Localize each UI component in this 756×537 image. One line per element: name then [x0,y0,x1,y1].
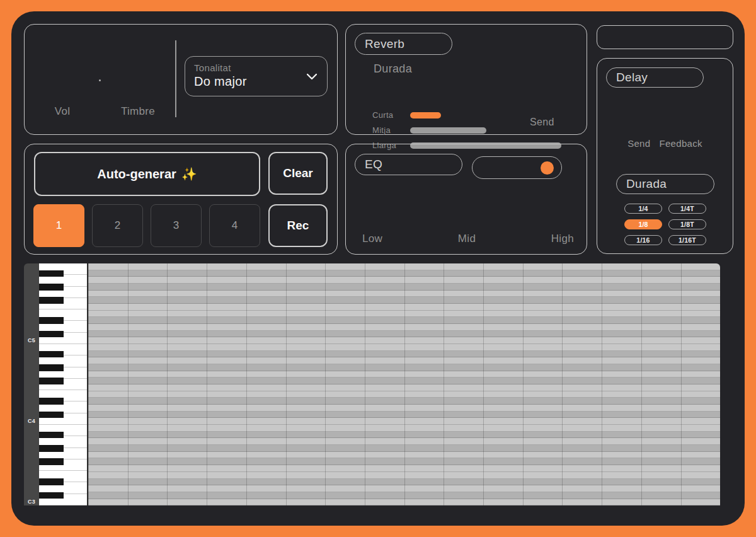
grid-row[interactable] [88,438,720,445]
pattern-slots: 1 2 3 4 [33,204,260,247]
transport-panel [597,25,733,49]
black-key[interactable] [39,412,64,419]
delay-divisions: 1/4 1/4T 1/8 1/8T 1/16 1/16T [624,204,706,245]
grid-row[interactable] [88,445,720,452]
delay-panel: Delay Send Feedback Durada 1/4 1/4T 1/8 … [597,58,733,254]
eq-panel: EQ Low Mid High [345,144,587,255]
grid-row[interactable] [88,304,720,311]
black-key[interactable] [39,378,64,384]
vol-label: Vol [43,105,81,118]
pattern-slot-3[interactable]: 3 [151,204,202,247]
note-label: C3 [24,499,39,505]
piano-roll-grid[interactable] [88,263,720,505]
sparkles-icon: ✨ [181,166,197,182]
eq-band-mid: Mid [448,233,486,245]
reverb-curta-bar[interactable] [410,112,441,118]
grid-row[interactable] [88,284,720,291]
eq-toggle[interactable] [472,156,562,179]
grid-row[interactable] [88,357,720,364]
note-label: C5 [24,337,39,344]
chevron-down-icon [307,74,317,80]
pattern-slot-1[interactable]: 1 [33,204,84,247]
grid-row[interactable] [88,465,720,472]
grid-row[interactable] [88,263,720,270]
grid-row[interactable] [88,277,720,284]
black-key[interactable] [39,364,64,371]
delay-durada-label: Durada [616,174,714,194]
eq-band-high: High [551,233,574,245]
black-key[interactable] [39,270,64,277]
delay-division-button[interactable]: 1/16T [668,235,706,245]
piano-roll: C5C4C3 [24,263,720,505]
black-key[interactable] [39,297,64,304]
piano-keyboard[interactable] [39,263,88,505]
grid-row[interactable] [88,391,720,398]
delay-division-button[interactable]: 1/16 [624,235,662,245]
grid-row[interactable] [88,344,720,351]
grid-row[interactable] [88,499,720,505]
delay-division-button[interactable]: 1/4T [668,204,706,214]
grid-row[interactable] [88,351,720,358]
grid-row[interactable] [88,384,720,391]
auto-generate-button[interactable]: Auto-generar ✨ [34,152,260,196]
eq-toggle-knob [541,161,554,175]
black-key[interactable] [39,317,64,324]
grid-row[interactable] [88,324,720,331]
grid-row[interactable] [88,425,720,432]
black-key[interactable] [39,331,64,338]
grid-row[interactable] [88,378,720,384]
grid-row[interactable] [88,364,720,371]
grid-row[interactable] [88,317,720,324]
eq-title: EQ [355,154,462,175]
delay-send-label: Send [627,138,650,149]
grid-row[interactable] [88,432,720,439]
black-key[interactable] [39,351,64,358]
reverb-option-label: Mitja [372,125,391,135]
reverb-send-label: Send [530,117,554,128]
grid-row[interactable] [88,485,720,492]
auto-generate-label: Auto-generar [97,167,176,182]
black-key[interactable] [39,432,64,439]
delay-feedback-label: Feedback [659,138,702,149]
grid-row[interactable] [88,337,720,344]
black-key[interactable] [39,478,64,485]
grid-row[interactable] [88,398,720,405]
grid-row[interactable] [88,270,720,277]
grid-row[interactable] [88,297,720,304]
grid-row[interactable] [88,291,720,297]
grid-row[interactable] [88,412,720,419]
timbre-label: Timbre [113,105,163,118]
grid-row[interactable] [88,371,720,378]
grid-row[interactable] [88,479,720,486]
delay-division-button[interactable]: 1/8T [668,219,706,229]
black-key[interactable] [39,445,64,452]
delay-division-button[interactable]: 1/8 [624,219,662,229]
knob-indicator-dot [99,79,101,81]
grid-row[interactable] [88,452,720,459]
black-key[interactable] [39,284,64,291]
record-button[interactable]: Rec [268,204,328,247]
instrument-panel: Vol Timbre Tonalitat Do major [24,24,338,135]
black-key[interactable] [39,492,64,499]
note-label: C4 [24,418,39,425]
clear-button[interactable]: Clear [268,152,328,195]
tonalitat-select[interactable]: Tonalitat Do major [185,56,328,96]
app-background: Vol Timbre Tonalitat Do major Reverb Dur… [0,0,756,537]
eq-band-low: Low [362,233,382,245]
app-window: Vol Timbre Tonalitat Do major Reverb Dur… [11,11,745,526]
pattern-slot-4[interactable]: 4 [209,204,260,247]
black-key[interactable] [39,398,64,405]
grid-row[interactable] [88,418,720,425]
grid-row[interactable] [88,331,720,338]
grid-row[interactable] [88,472,720,479]
grid-row[interactable] [88,405,720,412]
reverb-panel: Reverb Durada Curta Mitja Llarga Send [345,24,587,135]
black-key[interactable] [39,458,64,465]
grid-row[interactable] [88,311,720,318]
grid-row[interactable] [88,492,720,499]
grid-row[interactable] [88,458,720,465]
piano-roll-note-labels: C5C4C3 [24,263,39,505]
reverb-mitja-bar[interactable] [410,127,486,134]
pattern-slot-2[interactable]: 2 [92,204,143,247]
delay-division-button[interactable]: 1/4 [624,204,662,214]
